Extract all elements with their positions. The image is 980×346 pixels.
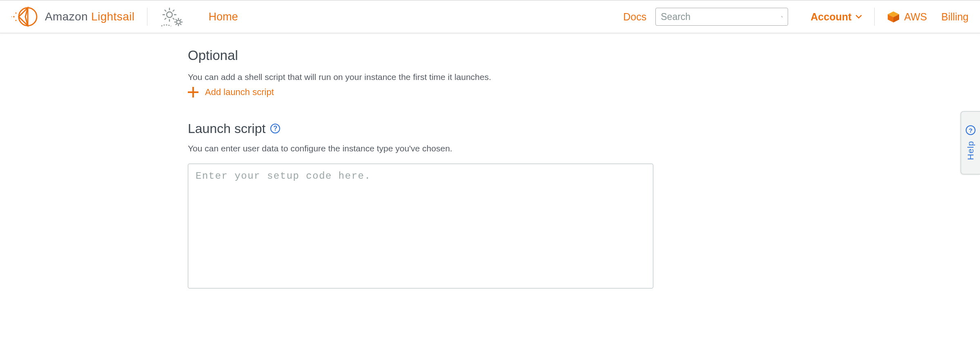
nav-home[interactable]: Home	[209, 11, 238, 23]
gears-icon[interactable]	[160, 6, 184, 28]
help-icon[interactable]: ?	[270, 124, 280, 133]
header-right: Docs Account AWS Billing	[623, 8, 969, 26]
search-input[interactable]	[661, 11, 781, 22]
launch-script-heading: Launch script	[188, 121, 265, 136]
svg-point-6	[176, 20, 180, 24]
lightsail-logo-link[interactable]: Amazon Lightsail	[11, 5, 135, 29]
nav-docs[interactable]: Docs	[623, 11, 646, 23]
divider	[874, 8, 875, 26]
aws-cube-icon	[887, 11, 900, 23]
svg-point-2	[11, 16, 12, 17]
aws-label: AWS	[904, 11, 927, 23]
nav-aws[interactable]: AWS	[887, 11, 927, 23]
header-left: Amazon Lightsail Home	[11, 5, 238, 29]
account-dropdown[interactable]: Account	[811, 11, 862, 23]
chevron-down-icon	[855, 13, 862, 20]
add-launch-script-button[interactable]: Add launch script	[188, 87, 653, 98]
svg-point-4	[16, 20, 17, 21]
account-label: Account	[811, 11, 851, 23]
plus-icon	[188, 87, 198, 98]
optional-description: You can add a shell script that will run…	[188, 71, 653, 84]
launch-script-description: You can enter user data to configure the…	[188, 142, 653, 155]
lightsail-logo-icon	[11, 5, 38, 29]
help-tab-label: Help	[966, 141, 976, 160]
svg-line-8	[782, 17, 783, 18]
help-side-tab[interactable]: ? Help	[960, 111, 980, 175]
optional-heading: Optional	[188, 48, 653, 63]
page-header: Amazon Lightsail Home Docs Account	[0, 0, 980, 33]
svg-point-1	[13, 16, 15, 18]
launch-script-heading-row: Launch script ?	[188, 121, 653, 136]
svg-point-5	[167, 12, 172, 18]
nav-billing[interactable]: Billing	[941, 11, 969, 23]
divider	[147, 8, 147, 26]
svg-point-3	[16, 13, 17, 14]
main-content: Optional You can add a shell script that…	[0, 33, 653, 290]
launch-script-textarea[interactable]	[188, 164, 653, 288]
search-box[interactable]	[655, 8, 788, 26]
add-launch-script-label: Add launch script	[205, 87, 274, 98]
search-icon	[781, 11, 783, 22]
help-circle-icon: ?	[966, 125, 976, 135]
brand-text: Amazon Lightsail	[45, 10, 135, 23]
